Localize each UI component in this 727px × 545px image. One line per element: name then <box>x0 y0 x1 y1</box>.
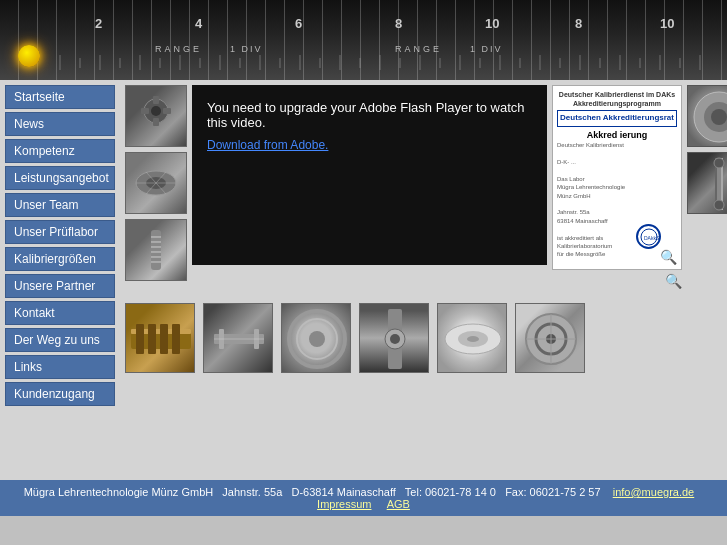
header-banner: 2 4 6 8 10 RANGE 1 DIV RANGE 1 DIV 8 10 <box>0 0 727 80</box>
bottom-thumb-5-svg <box>438 304 508 374</box>
bottom-thumb-2[interactable] <box>203 303 273 373</box>
thumbnail-bevel-gear[interactable] <box>125 152 187 214</box>
sidebar-item-unsere-partner[interactable]: Unsere Partner <box>5 274 115 298</box>
right-thumbnail-column <box>687 85 727 214</box>
svg-text:10: 10 <box>485 16 499 31</box>
round-part-svg <box>688 86 727 147</box>
screw-svg <box>131 225 181 275</box>
svg-rect-77 <box>172 324 180 354</box>
svg-point-90 <box>467 336 479 342</box>
footer-gap <box>0 460 727 480</box>
header-ruler: 2 4 6 8 10 RANGE 1 DIV RANGE 1 DIV 8 10 <box>0 0 727 80</box>
sidebar-item-kontakt[interactable]: Kontakt <box>5 301 115 325</box>
svg-rect-48 <box>141 108 149 114</box>
svg-text:RANGE: RANGE <box>155 44 202 54</box>
footer-impressum-link[interactable]: Impressum <box>317 498 371 510</box>
bottom-thumb-3[interactable] <box>281 303 351 373</box>
bottom-thumb-3-svg <box>282 304 352 374</box>
svg-text:8: 8 <box>575 16 582 31</box>
svg-rect-76 <box>160 324 168 354</box>
thumbnail-screw[interactable] <box>125 219 187 281</box>
svg-rect-47 <box>153 118 159 126</box>
footer-tel: Tel: 06021-78 14 0 <box>405 486 496 498</box>
bevel-gear-svg <box>131 158 181 208</box>
footer-agb-link[interactable]: AGB <box>387 498 410 510</box>
ruler-svg: 2 4 6 8 10 RANGE 1 DIV RANGE 1 DIV 8 10 <box>0 0 727 80</box>
thumbnail-round-part[interactable] <box>687 85 727 147</box>
svg-text:6: 6 <box>295 16 302 31</box>
certificate-document[interactable]: Deutscher Kalibrierdienst im DAKsAkkredi… <box>552 85 682 270</box>
sidebar-item-kundenzugang[interactable]: Kundenzugang <box>5 382 115 406</box>
sidebar-item-leistungsangebot[interactable]: Leistungsangebot <box>5 166 115 190</box>
bottom-thumbnail-row <box>125 298 727 378</box>
bottom-thumb-4-svg <box>360 304 430 374</box>
gear-thumbnail-svg <box>131 91 181 141</box>
sidebar: Startseite News Kompetenz Leistungsangeb… <box>0 80 120 460</box>
bottom-thumb-1-svg <box>126 304 196 374</box>
footer-city: D-63814 Mainaschaff <box>291 486 395 498</box>
footer: Mügra Lehrentechnologie Münz GmbH Jahnst… <box>0 480 727 516</box>
sidebar-item-der-weg-zu-uns[interactable]: Der Weg zu uns <box>5 328 115 352</box>
thumbnail-cable[interactable] <box>687 152 727 214</box>
cable-svg <box>688 153 727 214</box>
video-download-link[interactable]: Download from Adobe. <box>207 138 328 152</box>
sidebar-item-unser-team[interactable]: Unser Team <box>5 193 115 217</box>
bottom-thumb-4[interactable] <box>359 303 429 373</box>
video-upgrade-message: You need to upgrade your Adobe Flash Pla… <box>207 100 532 130</box>
cert-stamp-svg: DAkkS <box>639 227 659 247</box>
svg-point-66 <box>711 109 727 125</box>
top-row: You need to upgrade your Adobe Flash Pla… <box>125 85 727 293</box>
svg-rect-49 <box>163 108 171 114</box>
svg-text:4: 4 <box>195 16 203 31</box>
svg-rect-55 <box>151 230 161 270</box>
svg-text:1 DIV: 1 DIV <box>470 44 503 54</box>
bottom-thumb-6[interactable] <box>515 303 585 373</box>
svg-rect-46 <box>153 96 159 104</box>
footer-email-link[interactable]: info@muegra.de <box>613 486 695 498</box>
bottom-thumb-2-svg <box>204 304 274 374</box>
svg-point-87 <box>390 334 400 344</box>
svg-point-84 <box>309 331 325 347</box>
svg-text:1 DIV: 1 DIV <box>230 44 263 54</box>
left-thumbnail-column <box>125 85 187 281</box>
svg-point-70 <box>714 158 724 168</box>
sidebar-item-unser-pruflabor[interactable]: Unser Prüflabor <box>5 220 115 244</box>
svg-text:2: 2 <box>95 16 102 31</box>
svg-text:8: 8 <box>395 16 402 31</box>
magnify-icon-cert2[interactable]: 🔍 <box>665 273 682 289</box>
cert-org-logo: Deutschen Akkreditierungsrat <box>557 110 677 126</box>
svg-text:RANGE: RANGE <box>395 44 442 54</box>
cert-akkred-title: Akkred ierung <box>557 130 677 142</box>
bottom-thumb-1[interactable] <box>125 303 195 373</box>
footer-company: Mügra Lehrentechnologie Münz GmbH <box>24 486 214 498</box>
footer-fax: Fax: 06021-75 2 57 <box>505 486 600 498</box>
cert-body: Deutscher Kalibrierdienst D-K- ... Das L… <box>557 141 677 270</box>
sidebar-item-news[interactable]: News <box>5 112 115 136</box>
sidebar-item-links[interactable]: Links <box>5 355 115 379</box>
main-wrapper: Startseite News Kompetenz Leistungsangeb… <box>0 80 727 460</box>
certificate-area: Deutscher Kalibrierdienst im DAKsAkkredi… <box>552 85 682 293</box>
bottom-thumb-6-svg <box>516 304 586 374</box>
bottom-thumb-5[interactable] <box>437 303 507 373</box>
svg-text:10: 10 <box>660 16 674 31</box>
magnify-icon-cert[interactable]: 🔍 <box>660 248 676 264</box>
sidebar-item-startseite[interactable]: Startseite <box>5 85 115 109</box>
content-area: You need to upgrade your Adobe Flash Pla… <box>120 80 727 460</box>
svg-point-71 <box>714 200 724 210</box>
sidebar-item-kalibriergroessen[interactable]: Kalibriergrößen <box>5 247 115 271</box>
svg-rect-74 <box>136 324 144 354</box>
footer-address: Jahnstr. 55a <box>222 486 282 498</box>
cert-header-line1: Deutscher Kalibrierdienst im DAKsAkkredi… <box>557 90 677 108</box>
svg-text:DAkkS: DAkkS <box>644 235 659 241</box>
video-area: You need to upgrade your Adobe Flash Pla… <box>192 85 547 265</box>
svg-rect-75 <box>148 324 156 354</box>
svg-point-45 <box>151 106 161 116</box>
thumbnail-gear[interactable] <box>125 85 187 147</box>
sidebar-item-kompetenz[interactable]: Kompetenz <box>5 139 115 163</box>
